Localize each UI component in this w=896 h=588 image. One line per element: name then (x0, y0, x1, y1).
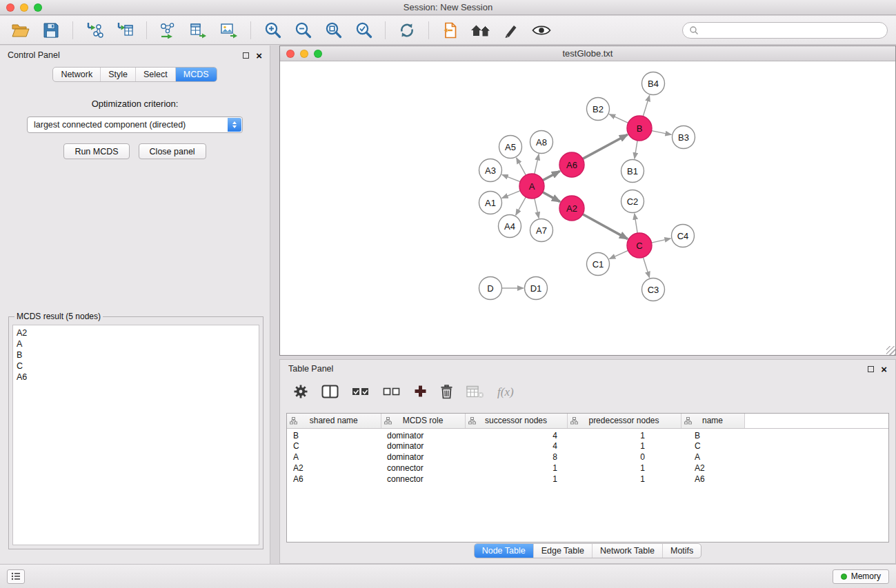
float-table-panel-icon[interactable] (868, 366, 874, 372)
node-C2[interactable]: C2 (621, 190, 644, 213)
close-panel-button[interactable]: Close panel (139, 143, 206, 159)
minimize-network-window-button[interactable] (300, 50, 308, 58)
edge-B-B2[interactable] (609, 114, 628, 123)
node-A4[interactable]: A4 (499, 215, 521, 238)
column-header-MCDS-role[interactable]: MCDS role (381, 414, 465, 428)
export-image-icon[interactable] (217, 19, 241, 41)
column-header-shared-name[interactable]: shared name (287, 414, 381, 428)
annotation-marker-icon[interactable] (499, 19, 524, 41)
network-canvas[interactable]: B4B2BB3A5A8A6B1A3AA1C2A2A4A7C4CC1C3DD1 (280, 61, 895, 355)
table-row[interactable]: Bdominator41B (287, 428, 888, 440)
edge-B-B1[interactable] (635, 141, 637, 159)
node-B3[interactable]: B3 (673, 126, 695, 149)
node-D1[interactable]: D1 (525, 277, 548, 300)
result-item[interactable]: B (17, 349, 255, 361)
network-svg[interactable]: B4B2BB3A5A8A6B1A3AA1C2A2A4A7C4CC1C3DD1 (280, 61, 895, 355)
close-window-button[interactable] (6, 3, 14, 12)
tab-select[interactable]: Select (136, 68, 176, 81)
column-header-name[interactable]: name (681, 414, 744, 428)
session-document-icon[interactable] (438, 19, 463, 41)
resize-grip[interactable] (886, 346, 895, 355)
edge-A-A8[interactable] (535, 154, 539, 174)
zoom-network-window-button[interactable] (314, 50, 322, 58)
minimize-window-button[interactable] (20, 3, 28, 12)
result-item[interactable]: A6 (17, 372, 255, 383)
zoom-window-button[interactable] (34, 3, 42, 12)
result-item[interactable]: A2 (17, 327, 255, 338)
node-D[interactable]: D (479, 277, 502, 300)
node-A8[interactable]: A8 (530, 131, 553, 154)
edge-A-A5[interactable] (517, 158, 526, 175)
column-header-predecessor-nodes[interactable]: predecessor nodes (567, 414, 681, 428)
export-network-icon[interactable] (156, 19, 181, 41)
table-row[interactable]: Adominator80A (287, 452, 888, 463)
column-header-successor-nodes[interactable]: successor nodes (465, 414, 567, 428)
node-C[interactable]: C (627, 233, 652, 258)
node-C1[interactable]: C1 (587, 253, 610, 276)
edge-A-A2[interactable] (543, 192, 560, 202)
table-row[interactable]: A2connector11A2 (287, 463, 888, 474)
edge-A-A7[interactable] (535, 199, 539, 219)
tab-mcds[interactable]: MCDS (176, 68, 217, 81)
node-A[interactable]: A (519, 174, 544, 199)
close-network-window-button[interactable] (286, 50, 295, 58)
edge-A-A3[interactable] (502, 174, 520, 181)
edge-A2-C[interactable] (583, 214, 628, 239)
table-row[interactable]: Cdominator41C (287, 440, 888, 452)
memory-button[interactable]: Memory (833, 569, 889, 584)
table-row[interactable]: A6connector11A6 (287, 474, 888, 485)
tab-style[interactable]: Style (101, 68, 136, 81)
node-B[interactable]: B (627, 116, 652, 141)
tab-network-table[interactable]: Network Table (593, 544, 663, 558)
edge-C-C3[interactable] (643, 257, 649, 278)
edge-C-C4[interactable] (652, 239, 671, 243)
node-A3[interactable]: A3 (479, 159, 502, 182)
zoom-selected-icon[interactable] (351, 19, 376, 41)
edge-A6-B[interactable] (583, 134, 628, 159)
deselect-all-icon[interactable] (383, 385, 401, 400)
node-B4[interactable]: B4 (642, 72, 665, 95)
node-C4[interactable]: C4 (672, 225, 695, 247)
edge-B-B3[interactable] (652, 131, 672, 135)
criterion-dropdown[interactable]: largest connected component (directed) (27, 116, 243, 133)
edge-C-C2[interactable] (635, 214, 637, 233)
float-panel-icon[interactable] (243, 52, 249, 59)
node-A6[interactable]: A6 (559, 152, 584, 177)
settings-gear-icon[interactable] (293, 384, 308, 401)
zoom-out-icon[interactable] (290, 19, 315, 41)
run-mcds-button[interactable]: Run MCDS (63, 143, 129, 159)
node-C3[interactable]: C3 (642, 278, 665, 301)
node-A2[interactable]: A2 (559, 196, 584, 221)
select-all-icon[interactable] (352, 385, 370, 400)
import-table-icon[interactable] (112, 19, 137, 41)
close-table-panel-icon[interactable]: × (881, 364, 887, 374)
search-box[interactable] (682, 22, 888, 39)
import-network-icon[interactable] (82, 19, 107, 41)
edge-B-B4[interactable] (643, 95, 649, 116)
result-item[interactable]: C (17, 361, 255, 372)
node-A1[interactable]: A1 (479, 192, 502, 214)
node-A7[interactable]: A7 (530, 219, 553, 242)
node-B2[interactable]: B2 (587, 98, 610, 121)
search-input[interactable] (703, 26, 881, 35)
refresh-view-icon[interactable] (395, 19, 419, 41)
task-history-icon[interactable] (7, 569, 25, 584)
node-A5[interactable]: A5 (499, 136, 522, 159)
columns-icon[interactable] (321, 385, 339, 401)
result-item[interactable]: A (17, 338, 255, 349)
zoom-fit-icon[interactable] (321, 19, 346, 41)
tab-edge-table[interactable]: Edge Table (534, 544, 593, 558)
node-B1[interactable]: B1 (621, 160, 644, 183)
add-column-icon[interactable] (414, 385, 427, 400)
open-file-icon[interactable] (8, 19, 33, 41)
export-table-icon[interactable] (186, 19, 211, 41)
delete-icon[interactable] (440, 384, 453, 401)
save-session-icon[interactable] (39, 19, 63, 41)
tab-network[interactable]: Network (53, 68, 101, 81)
close-panel-icon[interactable]: × (256, 50, 262, 61)
edge-C-C1[interactable] (609, 250, 628, 258)
show-hide-eye-icon[interactable] (529, 19, 554, 41)
edge-A-A1[interactable] (502, 191, 521, 199)
edge-A-A4[interactable] (516, 197, 526, 215)
tab-node-table[interactable]: Node Table (475, 544, 534, 558)
